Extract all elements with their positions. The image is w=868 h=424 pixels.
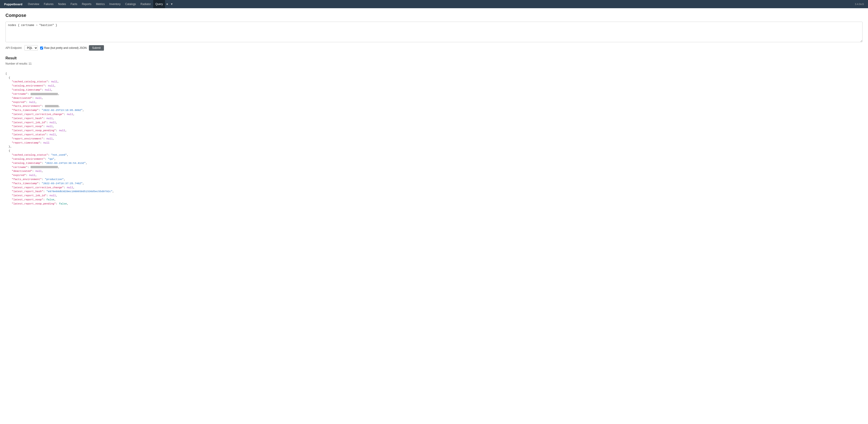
nav-item-catalogs[interactable]: Catalogs [123,0,138,8]
brand-logo[interactable]: Puppetboard [2,2,25,6]
nav-item-metrics[interactable]: Metrics [94,0,107,8]
nav-item-reports[interactable]: Reports [80,0,94,8]
nav-item-nodes[interactable]: Nodes [56,0,68,8]
nav-item-inventory[interactable]: Inventory [107,0,123,8]
compose-title: Compose [5,13,863,18]
star-icon[interactable]: ★ [165,2,169,6]
api-row: API Endpoint: PQL Raw (but pretty and co… [5,45,863,51]
navbar: Puppetboard Overview Failures Nodes Fact… [0,0,868,8]
json-output: [ { "cached_catalog_status": null, "cata… [5,67,863,210]
api-endpoint-select[interactable]: PQL [24,45,38,51]
main-content: Compose nodes { certname ~ "bastion" } A… [0,8,868,214]
raw-json-text: Raw (but pretty and colored) JSON [44,46,87,50]
dropdown-icon[interactable]: ▼ [169,2,174,6]
result-count: Number of results: 11 [5,62,863,65]
nav-item-radiator[interactable]: Radiator [138,0,153,8]
nav-item-overview[interactable]: Overview [26,0,41,8]
query-textarea[interactable]: nodes { certname ~ "bastion" } [5,22,863,42]
result-title: Result [5,56,863,60]
nav-item-query[interactable]: Query [153,0,165,8]
submit-button[interactable]: Submit [89,45,104,51]
nav-item-facts[interactable]: Facts [68,0,80,8]
raw-json-label: Raw (but pretty and colored) JSON [40,46,87,50]
raw-json-checkbox[interactable] [40,47,43,50]
version-label: 3.4.0rc5 [852,3,866,5]
api-endpoint-label: API Endpoint: [5,46,22,50]
nav-item-failures[interactable]: Failures [41,0,56,8]
